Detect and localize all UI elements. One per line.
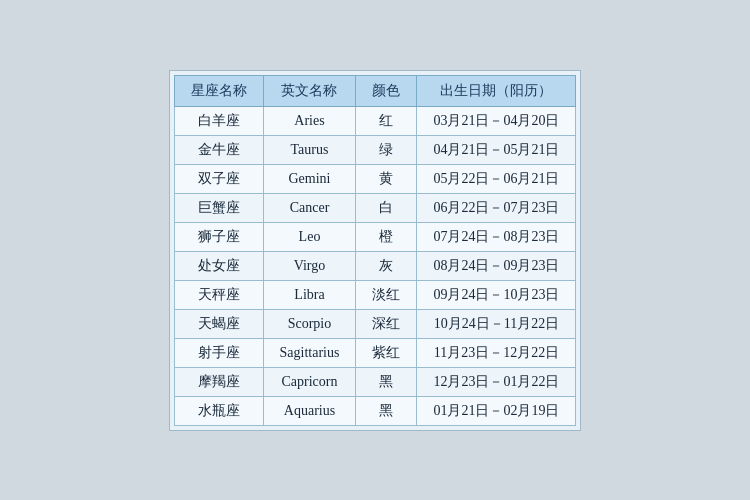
cell-r7-c2: 深红 — [356, 309, 417, 338]
cell-r9-c3: 12月23日－01月22日 — [417, 367, 576, 396]
cell-r6-c0: 天秤座 — [174, 280, 263, 309]
cell-r5-c2: 灰 — [356, 251, 417, 280]
table-row: 白羊座Aries红03月21日－04月20日 — [174, 106, 576, 135]
cell-r3-c0: 巨蟹座 — [174, 193, 263, 222]
cell-r1-c1: Taurus — [263, 135, 356, 164]
cell-r5-c0: 处女座 — [174, 251, 263, 280]
cell-r10-c1: Aquarius — [263, 396, 356, 425]
cell-r10-c2: 黑 — [356, 396, 417, 425]
header-col-3: 出生日期（阳历） — [417, 75, 576, 106]
table-row: 狮子座Leo橙07月24日－08月23日 — [174, 222, 576, 251]
zodiac-table-container: 星座名称英文名称颜色出生日期（阳历） 白羊座Aries红03月21日－04月20… — [169, 70, 582, 431]
header-col-0: 星座名称 — [174, 75, 263, 106]
cell-r8-c3: 11月23日－12月22日 — [417, 338, 576, 367]
cell-r0-c2: 红 — [356, 106, 417, 135]
zodiac-table: 星座名称英文名称颜色出生日期（阳历） 白羊座Aries红03月21日－04月20… — [174, 75, 577, 426]
table-row: 双子座Gemini黄05月22日－06月21日 — [174, 164, 576, 193]
cell-r1-c2: 绿 — [356, 135, 417, 164]
cell-r2-c0: 双子座 — [174, 164, 263, 193]
cell-r4-c3: 07月24日－08月23日 — [417, 222, 576, 251]
cell-r4-c1: Leo — [263, 222, 356, 251]
table-header-row: 星座名称英文名称颜色出生日期（阳历） — [174, 75, 576, 106]
cell-r10-c0: 水瓶座 — [174, 396, 263, 425]
table-row: 天秤座Libra淡红09月24日－10月23日 — [174, 280, 576, 309]
cell-r8-c2: 紫红 — [356, 338, 417, 367]
cell-r9-c1: Capricorn — [263, 367, 356, 396]
cell-r6-c1: Libra — [263, 280, 356, 309]
cell-r2-c3: 05月22日－06月21日 — [417, 164, 576, 193]
cell-r7-c0: 天蝎座 — [174, 309, 263, 338]
cell-r6-c2: 淡红 — [356, 280, 417, 309]
cell-r5-c1: Virgo — [263, 251, 356, 280]
table-row: 射手座Sagittarius紫红11月23日－12月22日 — [174, 338, 576, 367]
cell-r5-c3: 08月24日－09月23日 — [417, 251, 576, 280]
cell-r1-c0: 金牛座 — [174, 135, 263, 164]
cell-r9-c0: 摩羯座 — [174, 367, 263, 396]
cell-r3-c1: Cancer — [263, 193, 356, 222]
cell-r3-c2: 白 — [356, 193, 417, 222]
cell-r2-c1: Gemini — [263, 164, 356, 193]
cell-r4-c0: 狮子座 — [174, 222, 263, 251]
cell-r0-c1: Aries — [263, 106, 356, 135]
table-row: 摩羯座Capricorn黑12月23日－01月22日 — [174, 367, 576, 396]
table-row: 巨蟹座Cancer白06月22日－07月23日 — [174, 193, 576, 222]
table-row: 水瓶座Aquarius黑01月21日－02月19日 — [174, 396, 576, 425]
cell-r8-c1: Sagittarius — [263, 338, 356, 367]
table-row: 天蝎座Scorpio深红10月24日－11月22日 — [174, 309, 576, 338]
cell-r2-c2: 黄 — [356, 164, 417, 193]
cell-r7-c3: 10月24日－11月22日 — [417, 309, 576, 338]
table-row: 金牛座Taurus绿04月21日－05月21日 — [174, 135, 576, 164]
cell-r4-c2: 橙 — [356, 222, 417, 251]
cell-r1-c3: 04月21日－05月21日 — [417, 135, 576, 164]
header-col-2: 颜色 — [356, 75, 417, 106]
cell-r9-c2: 黑 — [356, 367, 417, 396]
cell-r0-c3: 03月21日－04月20日 — [417, 106, 576, 135]
header-col-1: 英文名称 — [263, 75, 356, 106]
cell-r10-c3: 01月21日－02月19日 — [417, 396, 576, 425]
cell-r7-c1: Scorpio — [263, 309, 356, 338]
cell-r3-c3: 06月22日－07月23日 — [417, 193, 576, 222]
cell-r8-c0: 射手座 — [174, 338, 263, 367]
cell-r0-c0: 白羊座 — [174, 106, 263, 135]
table-row: 处女座Virgo灰08月24日－09月23日 — [174, 251, 576, 280]
cell-r6-c3: 09月24日－10月23日 — [417, 280, 576, 309]
